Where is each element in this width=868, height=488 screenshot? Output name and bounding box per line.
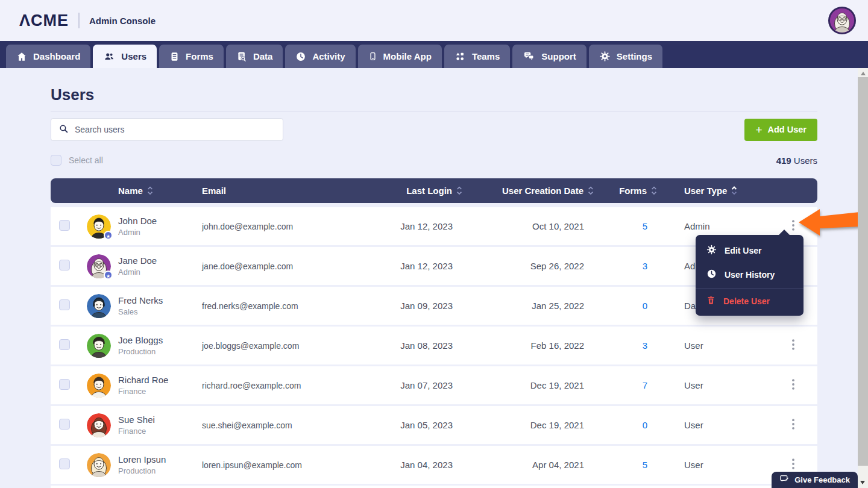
user-name: Joe Bloggs bbox=[118, 335, 202, 345]
tab-dashboard[interactable]: Dashboard bbox=[6, 45, 90, 68]
search-icon bbox=[58, 124, 69, 136]
user-type: User bbox=[657, 340, 769, 351]
row-checkbox[interactable] bbox=[59, 339, 70, 350]
admin-badge-icon: ★ bbox=[104, 271, 113, 280]
user-email: joe.bloggs@example.com bbox=[202, 341, 316, 351]
user-name: Jane Doe bbox=[118, 255, 202, 266]
sort-icon bbox=[651, 186, 657, 195]
tab-label: Settings bbox=[617, 51, 652, 61]
row-checkbox[interactable] bbox=[59, 379, 70, 390]
user-email: loren.ipsun@example.com bbox=[202, 460, 316, 470]
tab-forms[interactable]: Forms bbox=[159, 45, 224, 68]
row-checkbox[interactable] bbox=[59, 260, 70, 271]
forms-count-link[interactable]: 3 bbox=[643, 261, 647, 271]
last-login: Jan 04, 2023 bbox=[316, 460, 462, 470]
creation-date: Jan 25, 2022 bbox=[462, 301, 594, 311]
sort-icon bbox=[147, 186, 153, 195]
search-input[interactable] bbox=[75, 125, 275, 134]
menu-item-user-history[interactable]: User History bbox=[696, 263, 804, 287]
row-context-menu: Edit UserUser HistoryDelete User bbox=[696, 235, 804, 316]
user-avatar bbox=[87, 334, 111, 358]
forms-count-link[interactable]: 5 bbox=[643, 460, 647, 470]
user-email: fred.nerks@example.com bbox=[202, 301, 316, 311]
tab-activity[interactable]: Activity bbox=[285, 45, 355, 68]
forms-count-link[interactable]: 7 bbox=[643, 380, 647, 390]
scrollbar-thumb[interactable] bbox=[858, 77, 868, 466]
user-avatar bbox=[87, 413, 111, 437]
profile-avatar[interactable] bbox=[828, 7, 856, 34]
user-name: Richard Roe bbox=[118, 375, 202, 385]
user-count-label: Users bbox=[794, 155, 817, 166]
search-box[interactable] bbox=[51, 118, 283, 141]
forms-count-link[interactable]: 0 bbox=[643, 301, 647, 311]
row-checkbox[interactable] bbox=[59, 419, 70, 430]
column-header-name[interactable]: Name bbox=[118, 186, 202, 196]
column-header-forms[interactable]: Forms bbox=[594, 186, 657, 196]
user-name: Sue Shei bbox=[118, 414, 202, 425]
acme-logo[interactable]: ΛCME bbox=[19, 11, 69, 30]
trash-icon bbox=[706, 295, 715, 307]
row-checkbox[interactable] bbox=[59, 299, 70, 310]
tab-label: Activity bbox=[312, 51, 345, 61]
give-feedback-button[interactable]: Give Feedback bbox=[772, 472, 858, 488]
table-row-partial bbox=[51, 486, 817, 488]
row-menu-kebab[interactable] bbox=[790, 217, 797, 235]
tab-support[interactable]: Support bbox=[512, 45, 587, 68]
user-email: sue.shei@example.com bbox=[202, 421, 316, 430]
row-menu-kebab[interactable] bbox=[790, 377, 797, 394]
menu-item-label: User History bbox=[725, 270, 775, 280]
feedback-icon bbox=[779, 474, 790, 486]
table-header: NameEmailLast LoginUser Creation DateFor… bbox=[51, 178, 817, 203]
select-all-checkbox[interactable] bbox=[51, 155, 61, 166]
user-role: Finance bbox=[118, 387, 202, 396]
creation-date: Feb 16, 2022 bbox=[462, 340, 594, 351]
row-checkbox[interactable] bbox=[59, 220, 70, 231]
home-icon bbox=[16, 51, 27, 62]
column-header-last-login[interactable]: Last Login bbox=[316, 186, 462, 196]
tab-mobile-app[interactable]: Mobile App bbox=[358, 45, 442, 68]
column-header-user-type[interactable]: User Type bbox=[657, 186, 769, 196]
title-divider bbox=[51, 111, 817, 112]
page-scrollbar[interactable] bbox=[858, 68, 868, 488]
forms-count-link[interactable]: 0 bbox=[643, 420, 647, 430]
user-role: Admin bbox=[118, 267, 202, 277]
last-login: Jan 05, 2023 bbox=[316, 420, 462, 430]
row-checkbox[interactable] bbox=[59, 458, 70, 469]
column-label: Forms bbox=[619, 186, 647, 196]
row-menu-kebab[interactable] bbox=[790, 456, 797, 474]
last-login: Jan 08, 2023 bbox=[316, 340, 462, 351]
tab-users[interactable]: Users bbox=[93, 45, 157, 68]
add-user-label: Add User bbox=[768, 125, 807, 134]
admin-badge-icon: ★ bbox=[104, 231, 113, 240]
creation-date: Sep 26, 2022 bbox=[462, 261, 594, 271]
tab-label: Forms bbox=[186, 51, 213, 61]
tab-teams[interactable]: Teams bbox=[444, 45, 510, 68]
app-title: Admin Console bbox=[89, 16, 156, 26]
row-menu-kebab[interactable] bbox=[790, 416, 797, 434]
scroll-down-icon[interactable] bbox=[860, 481, 865, 484]
user-count-value: 419 bbox=[776, 155, 791, 166]
logo-divider bbox=[78, 13, 80, 28]
tab-settings[interactable]: Settings bbox=[589, 45, 662, 68]
users-table: NameEmailLast LoginUser Creation DateFor… bbox=[51, 178, 817, 488]
column-label: Last Login bbox=[406, 186, 452, 196]
app-header: ΛCME Admin Console bbox=[0, 0, 868, 41]
scroll-up-icon[interactable] bbox=[861, 72, 866, 75]
forms-count-link[interactable]: 3 bbox=[643, 340, 647, 351]
main-nav: DashboardUsersFormsDataActivityMobile Ap… bbox=[0, 41, 868, 68]
menu-item-delete-user[interactable]: Delete User bbox=[696, 288, 804, 312]
column-header-user-creation-date[interactable]: User Creation Date bbox=[462, 186, 594, 196]
creation-date: Dec 19, 2021 bbox=[462, 420, 594, 430]
user-avatar bbox=[87, 453, 111, 477]
creation-date: Apr 04, 2021 bbox=[462, 460, 594, 470]
tab-label: Data bbox=[253, 51, 273, 61]
tab-data[interactable]: Data bbox=[226, 45, 283, 68]
row-menu-kebab[interactable] bbox=[790, 337, 797, 354]
user-type: User bbox=[657, 420, 769, 430]
settings-icon bbox=[599, 51, 611, 62]
add-user-button[interactable]: + Add User bbox=[744, 119, 817, 141]
gear-icon bbox=[706, 245, 717, 257]
menu-item-edit-user[interactable]: Edit User bbox=[696, 239, 804, 263]
forms-count-link[interactable]: 5 bbox=[643, 221, 647, 231]
teams-icon bbox=[454, 51, 466, 62]
